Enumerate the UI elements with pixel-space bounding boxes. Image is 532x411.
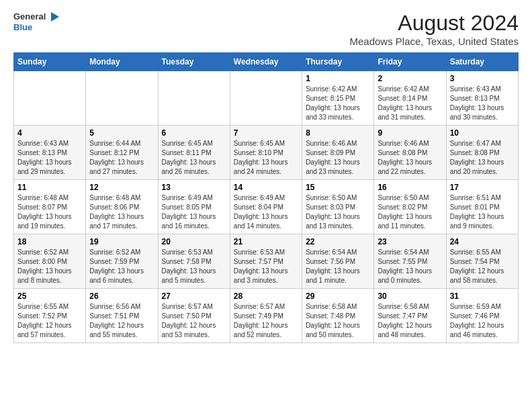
- table-row: [86, 71, 158, 126]
- table-row: 1Sunrise: 6:42 AM Sunset: 8:15 PM Daylig…: [302, 71, 374, 126]
- day-detail: Sunrise: 6:57 AM Sunset: 7:49 PM Dayligh…: [234, 303, 288, 338]
- day-number: 26: [89, 291, 154, 301]
- day-detail: Sunrise: 6:43 AM Sunset: 8:13 PM Dayligh…: [17, 140, 72, 175]
- page-header: General Blue August 2024 Meadows Place, …: [13, 11, 519, 47]
- calendar-table: Sunday Monday Tuesday Wednesday Thursday…: [13, 52, 519, 343]
- table-row: 10Sunrise: 6:47 AM Sunset: 8:08 PM Dayli…: [446, 126, 518, 180]
- table-row: 15Sunrise: 6:50 AM Sunset: 8:03 PM Dayli…: [302, 180, 374, 234]
- day-detail: Sunrise: 6:54 AM Sunset: 7:55 PM Dayligh…: [378, 248, 432, 284]
- table-row: 12Sunrise: 6:48 AM Sunset: 8:06 PM Dayli…: [86, 180, 158, 234]
- day-number: 30: [378, 291, 442, 301]
- table-row: 23Sunrise: 6:54 AM Sunset: 7:55 PM Dayli…: [374, 234, 446, 289]
- day-number: 8: [306, 128, 370, 138]
- table-row: [158, 71, 230, 126]
- table-row: 28Sunrise: 6:57 AM Sunset: 7:49 PM Dayli…: [230, 289, 302, 343]
- table-row: 11Sunrise: 6:48 AM Sunset: 8:07 PM Dayli…: [14, 180, 86, 234]
- table-row: 20Sunrise: 6:53 AM Sunset: 7:58 PM Dayli…: [158, 234, 230, 289]
- day-number: 10: [450, 128, 515, 138]
- day-detail: Sunrise: 6:46 AM Sunset: 8:09 PM Dayligh…: [306, 140, 360, 175]
- table-row: 26Sunrise: 6:56 AM Sunset: 7:51 PM Dayli…: [86, 289, 158, 343]
- svg-marker-0: [51, 12, 59, 21]
- day-number: 17: [450, 183, 515, 192]
- day-detail: Sunrise: 6:58 AM Sunset: 7:47 PM Dayligh…: [378, 303, 432, 338]
- table-row: [14, 71, 86, 126]
- col-monday: Monday: [86, 53, 158, 71]
- calendar-week-row: 1Sunrise: 6:42 AM Sunset: 8:15 PM Daylig…: [14, 71, 519, 126]
- day-number: 5: [89, 128, 154, 138]
- col-thursday: Thursday: [302, 53, 374, 71]
- day-number: 19: [89, 237, 154, 246]
- col-sunday: Sunday: [14, 53, 86, 71]
- day-detail: Sunrise: 6:48 AM Sunset: 8:06 PM Dayligh…: [89, 194, 144, 230]
- day-number: 28: [234, 291, 298, 301]
- day-detail: Sunrise: 6:43 AM Sunset: 8:13 PM Dayligh…: [450, 85, 504, 121]
- day-detail: Sunrise: 6:44 AM Sunset: 8:12 PM Dayligh…: [89, 140, 144, 175]
- day-number: 20: [162, 237, 226, 246]
- day-detail: Sunrise: 6:49 AM Sunset: 8:05 PM Dayligh…: [162, 194, 216, 230]
- table-row: 4Sunrise: 6:43 AM Sunset: 8:13 PM Daylig…: [14, 126, 86, 180]
- day-detail: Sunrise: 6:42 AM Sunset: 8:14 PM Dayligh…: [378, 85, 432, 121]
- day-number: 2: [378, 74, 442, 83]
- table-row: 7Sunrise: 6:45 AM Sunset: 8:10 PM Daylig…: [230, 126, 302, 180]
- col-saturday: Saturday: [446, 53, 518, 71]
- day-number: 9: [378, 128, 442, 138]
- day-detail: Sunrise: 6:50 AM Sunset: 8:02 PM Dayligh…: [378, 194, 432, 230]
- table-row: 25Sunrise: 6:55 AM Sunset: 7:52 PM Dayli…: [14, 289, 86, 343]
- day-number: 24: [450, 237, 515, 246]
- day-number: 11: [17, 183, 82, 192]
- col-wednesday: Wednesday: [230, 53, 302, 71]
- table-row: 13Sunrise: 6:49 AM Sunset: 8:05 PM Dayli…: [158, 180, 230, 234]
- day-number: 12: [89, 183, 154, 192]
- day-detail: Sunrise: 6:42 AM Sunset: 8:15 PM Dayligh…: [306, 85, 360, 121]
- day-number: 31: [450, 291, 515, 301]
- day-detail: Sunrise: 6:47 AM Sunset: 8:08 PM Dayligh…: [450, 140, 504, 175]
- table-row: 5Sunrise: 6:44 AM Sunset: 8:12 PM Daylig…: [86, 126, 158, 180]
- table-row: 18Sunrise: 6:52 AM Sunset: 8:00 PM Dayli…: [14, 234, 86, 289]
- table-row: 6Sunrise: 6:45 AM Sunset: 8:11 PM Daylig…: [158, 126, 230, 180]
- day-detail: Sunrise: 6:52 AM Sunset: 7:59 PM Dayligh…: [89, 248, 144, 284]
- day-detail: Sunrise: 6:57 AM Sunset: 7:50 PM Dayligh…: [162, 303, 216, 338]
- day-detail: Sunrise: 6:54 AM Sunset: 7:56 PM Dayligh…: [306, 248, 360, 284]
- table-row: 3Sunrise: 6:43 AM Sunset: 8:13 PM Daylig…: [446, 71, 518, 126]
- day-number: 16: [378, 183, 442, 192]
- day-detail: Sunrise: 6:52 AM Sunset: 8:00 PM Dayligh…: [17, 248, 72, 284]
- table-row: 31Sunrise: 6:59 AM Sunset: 7:46 PM Dayli…: [446, 289, 518, 343]
- day-number: 25: [17, 291, 82, 301]
- day-number: 14: [234, 183, 298, 192]
- day-detail: Sunrise: 6:45 AM Sunset: 8:11 PM Dayligh…: [162, 140, 216, 175]
- logo-general: General: [13, 12, 46, 21]
- day-detail: Sunrise: 6:49 AM Sunset: 8:04 PM Dayligh…: [234, 194, 288, 230]
- col-tuesday: Tuesday: [158, 53, 230, 71]
- title-block: August 2024 Meadows Place, Texas, United…: [349, 11, 519, 47]
- day-detail: Sunrise: 6:50 AM Sunset: 8:03 PM Dayligh…: [306, 194, 360, 230]
- calendar-header-row: Sunday Monday Tuesday Wednesday Thursday…: [14, 53, 519, 71]
- day-detail: Sunrise: 6:55 AM Sunset: 7:54 PM Dayligh…: [450, 248, 504, 284]
- table-row: 16Sunrise: 6:50 AM Sunset: 8:02 PM Dayli…: [374, 180, 446, 234]
- day-number: 13: [162, 183, 226, 192]
- day-detail: Sunrise: 6:46 AM Sunset: 8:08 PM Dayligh…: [378, 140, 432, 175]
- table-row: 30Sunrise: 6:58 AM Sunset: 7:47 PM Dayli…: [374, 289, 446, 343]
- day-number: 1: [306, 74, 370, 83]
- day-detail: Sunrise: 6:56 AM Sunset: 7:51 PM Dayligh…: [89, 303, 144, 338]
- logo: General Blue: [13, 11, 59, 32]
- table-row: 27Sunrise: 6:57 AM Sunset: 7:50 PM Dayli…: [158, 289, 230, 343]
- table-row: 19Sunrise: 6:52 AM Sunset: 7:59 PM Dayli…: [86, 234, 158, 289]
- table-row: 17Sunrise: 6:51 AM Sunset: 8:01 PM Dayli…: [446, 180, 518, 234]
- day-detail: Sunrise: 6:53 AM Sunset: 7:57 PM Dayligh…: [234, 248, 288, 284]
- day-detail: Sunrise: 6:45 AM Sunset: 8:10 PM Dayligh…: [234, 140, 288, 175]
- table-row: 21Sunrise: 6:53 AM Sunset: 7:57 PM Dayli…: [230, 234, 302, 289]
- table-row: 8Sunrise: 6:46 AM Sunset: 8:09 PM Daylig…: [302, 126, 374, 180]
- page-subtitle: Meadows Place, Texas, United States: [349, 36, 519, 47]
- day-detail: Sunrise: 6:55 AM Sunset: 7:52 PM Dayligh…: [17, 303, 72, 338]
- logo-arrow-icon: [47, 11, 59, 23]
- page-title: August 2024: [349, 11, 519, 36]
- table-row: 9Sunrise: 6:46 AM Sunset: 8:08 PM Daylig…: [374, 126, 446, 180]
- calendar-week-row: 18Sunrise: 6:52 AM Sunset: 8:00 PM Dayli…: [14, 234, 519, 289]
- day-detail: Sunrise: 6:53 AM Sunset: 7:58 PM Dayligh…: [162, 248, 216, 284]
- day-number: 15: [306, 183, 370, 192]
- calendar-week-row: 11Sunrise: 6:48 AM Sunset: 8:07 PM Dayli…: [14, 180, 519, 234]
- table-row: [230, 71, 302, 126]
- table-row: 14Sunrise: 6:49 AM Sunset: 8:04 PM Dayli…: [230, 180, 302, 234]
- day-number: 18: [17, 237, 82, 246]
- table-row: 29Sunrise: 6:58 AM Sunset: 7:48 PM Dayli…: [302, 289, 374, 343]
